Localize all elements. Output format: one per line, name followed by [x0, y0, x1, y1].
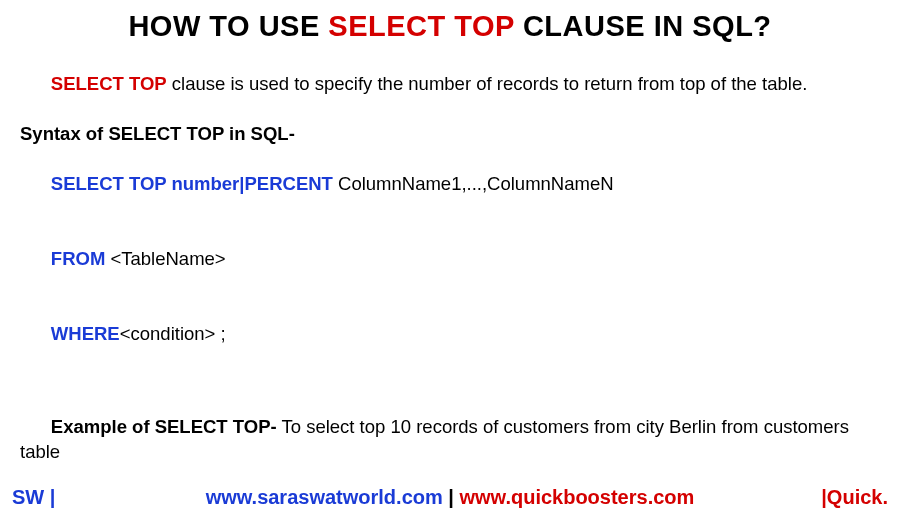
- syntax-table: <TableName>: [105, 248, 225, 269]
- example1-heading: Example of SELECT TOP- To select top 10 …: [20, 390, 880, 490]
- syntax-heading: Syntax of SELECT TOP in SQL-: [20, 122, 880, 147]
- syntax-condition: <condition> ;: [120, 323, 226, 344]
- title-keyword: SELECT TOP: [328, 10, 514, 42]
- syntax-line-2: FROM <TableName>: [20, 222, 880, 297]
- syntax-kw-where: WHERE: [51, 323, 120, 344]
- footer-sep: |: [443, 486, 460, 508]
- syntax-columns: ColumnName1,...,ColumnNameN: [333, 173, 614, 194]
- footer-url-2: www.quickboosters.com: [459, 486, 694, 508]
- spacer: [20, 372, 880, 390]
- intro-text: clause is used to specify the number of …: [167, 73, 808, 94]
- slide-title: HOW TO USE SELECT TOP CLAUSE IN SQL?: [0, 0, 900, 47]
- syntax-kw-select-top: SELECT TOP number|PERCENT: [51, 173, 333, 194]
- intro-line: SELECT TOP clause is used to specify the…: [20, 47, 880, 122]
- slide-footer: SW | www.saraswatworld.com | www.quickbo…: [0, 486, 900, 509]
- syntax-line-3: WHERE<condition> ;: [20, 297, 880, 372]
- slide-body: SELECT TOP clause is used to specify the…: [0, 47, 900, 515]
- syntax-kw-from: FROM: [51, 248, 105, 269]
- footer-url-1: www.saraswatworld.com: [206, 486, 443, 508]
- footer-right: |Quick.: [821, 486, 888, 509]
- slide: HOW TO USE SELECT TOP CLAUSE IN SQL? SEL…: [0, 0, 900, 515]
- footer-left: SW |: [12, 486, 55, 509]
- example1-label: Example of SELECT TOP-: [51, 416, 277, 437]
- title-prefix: HOW TO USE: [128, 10, 328, 42]
- title-suffix: CLAUSE IN SQL?: [514, 10, 771, 42]
- footer-center: www.saraswatworld.com | www.quickbooster…: [0, 486, 900, 509]
- intro-keyword: SELECT TOP: [51, 73, 167, 94]
- syntax-line-1: SELECT TOP number|PERCENT ColumnName1,..…: [20, 147, 880, 222]
